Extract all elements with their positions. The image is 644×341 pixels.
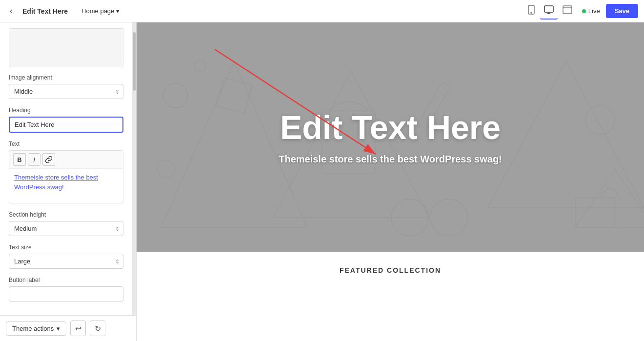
hero-section: Edit Text Here Themeisle store sells the…	[137, 22, 644, 252]
back-button[interactable]: ‹	[6, 4, 17, 18]
hero-subtitle: Themeisle store sells the best WordPress…	[279, 154, 502, 165]
text-size-label: Text size	[9, 244, 123, 251]
live-dot	[582, 9, 586, 13]
button-label-field: Button label	[9, 277, 123, 301]
button-label-input[interactable]	[9, 286, 123, 301]
heading-input[interactable]	[9, 117, 123, 133]
section-height-field: Section height Medium Small Large	[9, 211, 123, 236]
heading-label: Heading	[9, 107, 123, 114]
page-selector[interactable]: Home page ▾	[78, 5, 123, 17]
link-button[interactable]	[42, 153, 55, 166]
featured-collection-title: FEATURED COLLECTION	[146, 266, 634, 274]
section-height-label: Section height	[9, 211, 123, 218]
svg-point-1	[531, 12, 532, 13]
image-placeholder	[9, 28, 123, 67]
image-alignment-select-wrapper: Middle Left Right	[9, 84, 123, 99]
sidebar: Image alignment Middle Left Right Headin…	[0, 22, 137, 341]
live-label: Live	[588, 7, 600, 15]
chevron-down-icon: ▾	[116, 7, 120, 15]
desktop-view-button[interactable]	[540, 2, 558, 20]
text-editor: B I Themeisle store sells the best WordP…	[9, 150, 123, 203]
featured-section: FEATURED COLLECTION	[137, 252, 644, 284]
mobile-view-button[interactable]	[523, 2, 539, 20]
image-alignment-label: Image alignment	[9, 74, 123, 81]
section-height-select[interactable]: Medium Small Large	[9, 221, 123, 236]
main-layout: Image alignment Middle Left Right Headin…	[0, 22, 644, 341]
text-size-select-wrapper: Large Small Medium	[9, 254, 123, 269]
text-label: Text	[9, 140, 123, 147]
preview-area: Edit Text Here Themeisle store sells the…	[137, 22, 644, 341]
theme-actions-button[interactable]: Theme actions ▾	[6, 321, 66, 336]
page-title: Edit Text Here	[22, 7, 68, 15]
image-alignment-select[interactable]: Middle Left Right	[9, 84, 123, 99]
save-button[interactable]: Save	[606, 4, 638, 18]
text-content-area[interactable]: Themeisle store sells the best WordPress…	[9, 169, 123, 203]
hero-content: Edit Text Here Themeisle store sells the…	[269, 100, 512, 175]
redo-icon: ↻	[95, 324, 101, 333]
sidebar-bottom-bar: Theme actions ▾ ↩ ↻	[0, 315, 136, 341]
text-field: Text B I	[9, 140, 123, 203]
text-toolbar: B I	[9, 151, 123, 169]
page-selector-label: Home page	[81, 7, 114, 15]
svg-point-6	[194, 60, 206, 72]
live-indicator: Live	[582, 7, 600, 15]
heading-field: Heading	[9, 107, 123, 133]
scrollbar-thumb	[133, 32, 136, 91]
svg-rect-8	[216, 78, 252, 113]
text-size-select[interactable]: Large Small Medium	[9, 254, 123, 269]
sidebar-scrollbar[interactable]	[132, 22, 136, 315]
text-size-field: Text size Large Small Medium	[9, 244, 123, 269]
theme-actions-chevron-icon: ▾	[57, 325, 60, 332]
svg-rect-2	[544, 6, 553, 12]
top-bar: ‹ Edit Text Here Home page ▾ Live	[0, 0, 644, 22]
svg-point-7	[157, 160, 175, 178]
undo-button[interactable]: ↩	[70, 321, 86, 336]
sidebar-content: Image alignment Middle Left Right Headin…	[0, 22, 132, 315]
bold-button[interactable]: B	[13, 153, 26, 166]
svg-point-12	[430, 199, 467, 236]
image-alignment-field: Image alignment Middle Left Right	[9, 74, 123, 99]
svg-rect-3	[563, 6, 572, 14]
hero-title: Edit Text Here	[279, 109, 502, 146]
fullscreen-view-button[interactable]	[559, 2, 576, 20]
theme-actions-label: Theme actions	[12, 325, 54, 332]
undo-icon: ↩	[75, 324, 81, 333]
text-link: Themeisle store sells the best WordPress…	[14, 174, 98, 191]
svg-point-14	[585, 105, 615, 135]
device-icons	[523, 2, 576, 20]
redo-button[interactable]: ↻	[90, 321, 105, 336]
section-height-select-wrapper: Medium Small Large	[9, 221, 123, 236]
svg-rect-17	[576, 198, 615, 227]
svg-point-5	[163, 83, 188, 108]
button-label-label: Button label	[9, 277, 123, 283]
italic-button[interactable]: I	[28, 153, 40, 166]
